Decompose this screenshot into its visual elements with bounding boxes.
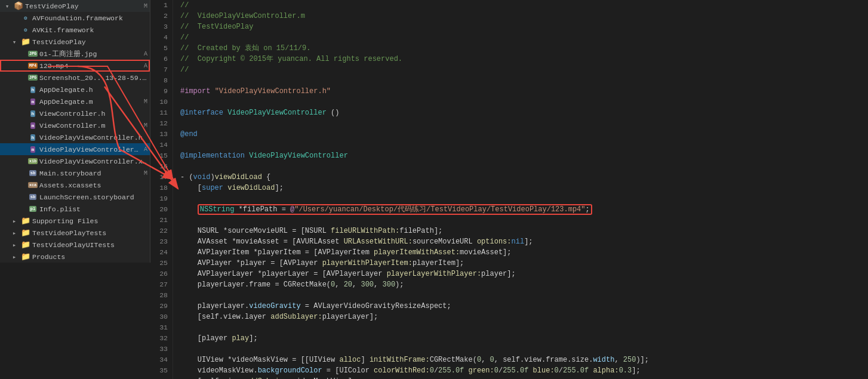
file-icon-h: h xyxy=(28,109,38,118)
tree-item-label: TestVideoPlayUITests xyxy=(32,241,147,249)
tree-item-label: Products xyxy=(32,253,147,261)
code-line-15: @implementation VideoPlayViewController xyxy=(180,150,868,161)
sidebar-item-avkit[interactable]: ⚙AVKit.framework xyxy=(0,24,150,36)
code-line-1: // xyxy=(180,0,868,11)
sidebar-item-file-screenshot[interactable]: JPG Screenshot_20...13-28-59.jpeg xyxy=(0,72,150,84)
sidebar-item-products-group[interactable]: 📁Products xyxy=(0,251,150,263)
code-line-24: AVPlayerItem *playerItem = [AVPlayerItem… xyxy=(180,247,868,258)
tree-item-label: 01-工商注册.jpg xyxy=(39,50,141,58)
folder-icon: 📁 xyxy=(21,37,30,47)
code-line-19 xyxy=(180,193,868,204)
code-line-20: NSString *filePath = @"/Users/yuancan/De… xyxy=(180,204,868,215)
tree-item-label: LaunchScreen.storyboard xyxy=(39,193,147,201)
tree-item-label: Assets.xcassets xyxy=(39,181,147,189)
code-line-28 xyxy=(180,290,868,301)
sidebar-item-tests-group[interactable]: 📁TestVideoPlayTests xyxy=(0,227,150,239)
line-number-9: 9 xyxy=(155,86,168,97)
line-number-15: 15 xyxy=(155,150,168,161)
sidebar-item-file-assets[interactable]: xca Assets.xcassets xyxy=(0,179,150,191)
line-number-29: 29 xyxy=(155,301,168,312)
file-icon-m: m xyxy=(28,97,38,106)
tree-item-badge: A xyxy=(144,51,147,57)
code-line-35: videoMaskView.backgroundColor = [UIColor… xyxy=(180,365,868,376)
code-line-23: AVAsset *movieAsset = [AVURLAsset URLAss… xyxy=(180,236,868,247)
tree-item-label: AppDelegate.h xyxy=(39,86,147,94)
file-icon-h: h xyxy=(28,85,38,94)
folder-icon: 📁 xyxy=(21,240,30,249)
code-line-22: NSURL *sourceMovieURL = [NSURL fileURLWi… xyxy=(180,226,868,236)
file-icon-m: m xyxy=(28,144,38,154)
code-line-13: @end xyxy=(180,129,868,140)
line-number-17: 17 xyxy=(155,172,168,183)
tree-item-label: Info.plist xyxy=(39,205,147,213)
sidebar-item-file-launch[interactable]: sb LaunchScreen.storyboard xyxy=(0,191,150,203)
tree-item-label: AVKit.framework xyxy=(32,26,147,34)
chevron-icon xyxy=(10,240,19,249)
code-lines[interactable]: //// VideoPlayViewController.m// TestVid… xyxy=(173,0,868,379)
file-icon-h: h xyxy=(28,133,38,142)
code-line-16 xyxy=(180,161,868,172)
chevron-icon xyxy=(10,37,19,47)
sidebar-item-uitests-group[interactable]: 📁TestVideoPlayUITests xyxy=(0,239,150,251)
code-line-29: playerLayer.videoGravity = AVLayerVideoG… xyxy=(180,301,868,312)
code-line-21 xyxy=(180,215,868,226)
highlighted-code-span: NSString *filePath = @"/Users/yuancan/De… xyxy=(198,204,592,215)
line-number-1: 1 xyxy=(155,0,168,11)
line-number-32: 32 xyxy=(155,333,168,344)
line-number-16: 16 xyxy=(155,161,168,172)
tree-item-label: Screenshot_20...13-28-59.jpeg xyxy=(39,74,147,82)
line-number-27: 27 xyxy=(155,279,168,290)
code-line-27: playerLayer.frame = CGRectMake(0, 20, 30… xyxy=(180,279,868,290)
line-number-21: 21 xyxy=(155,215,168,226)
sidebar-item-file-viewcontroller-m[interactable]: m ViewController.mM xyxy=(0,119,150,131)
code-line-33 xyxy=(180,344,868,355)
sidebar-item-file-mp4[interactable]: MP4 123.mp4A xyxy=(0,60,150,72)
sidebar-item-file-viewcontroller-h[interactable]: h ViewController.h xyxy=(0,107,150,119)
sidebar-item-file-videoplay-h[interactable]: h VideoPlayViewController.h xyxy=(0,131,150,143)
tree-item-label: AVFoundation.framework xyxy=(32,14,147,22)
sidebar-item-supporting-files[interactable]: 📁Supporting Files xyxy=(0,215,150,227)
line-number-2: 2 xyxy=(155,11,168,21)
sidebar-item-avfoundation[interactable]: ⚙AVFoundation.framework xyxy=(0,12,150,24)
sidebar-item-file-videoplay-m[interactable]: m VideoPlayViewController.mA xyxy=(0,143,150,155)
tree-item-badge: M xyxy=(144,98,147,105)
file-icon-storyboard: sb xyxy=(28,168,38,178)
file-icon-mp4: MP4 xyxy=(28,61,38,70)
code-line-36: [self.view addSubview:videoMaskView]; xyxy=(180,376,868,379)
line-numbers: 1234567891011121314151617181920212223242… xyxy=(150,0,173,379)
line-number-26: 26 xyxy=(155,269,168,279)
sidebar-item-file-appdelegate-m[interactable]: m AppDelegate.mM xyxy=(0,95,150,107)
chevron-icon xyxy=(10,252,19,261)
line-number-19: 19 xyxy=(155,193,168,204)
tree-item-label: ViewController.h xyxy=(39,110,147,118)
sidebar-item-file-jpg[interactable]: JPG 01-工商注册.jpgA xyxy=(0,48,150,60)
sidebar-item-file-main-storyboard[interactable]: sb Main.storyboardM xyxy=(0,167,150,179)
file-icon-xib: xib xyxy=(28,156,38,166)
line-number-36: 36 xyxy=(155,376,168,379)
sidebar-item-root-project[interactable]: 📦TestVideoPlayM xyxy=(0,0,150,12)
line-number-31: 31 xyxy=(155,322,168,333)
code-editor: 1234567891011121314151617181920212223242… xyxy=(150,0,868,379)
tree-item-label: VideoPlayViewController.xib xyxy=(39,158,147,165)
sidebar-item-file-info[interactable]: pl Info.plist xyxy=(0,203,150,215)
code-line-5: // Created by 袁灿 on 15/11/9. xyxy=(180,43,868,54)
code-line-10 xyxy=(180,97,868,107)
line-number-30: 30 xyxy=(155,312,168,322)
line-number-18: 18 xyxy=(155,183,168,193)
line-number-3: 3 xyxy=(155,21,168,32)
tree-item-label: Main.storyboard xyxy=(39,170,141,177)
line-number-24: 24 xyxy=(155,247,168,258)
sidebar-item-file-appdelegate-h[interactable]: h AppDelegate.h xyxy=(0,84,150,95)
project-icon: 📦 xyxy=(14,1,23,11)
tree-item-label: TestVideoPlay xyxy=(32,38,147,46)
code-line-34: UIView *videoMaskView = [[UIView alloc] … xyxy=(180,355,868,365)
code-line-32: [player play]; xyxy=(180,333,868,344)
code-line-8 xyxy=(180,75,868,86)
code-line-6: // Copyright © 2015年 yuancan. All rights… xyxy=(180,54,868,64)
sidebar-item-file-videoplay-xib[interactable]: xib VideoPlayViewController.xib xyxy=(0,155,150,167)
sidebar-item-testvideoplay-group[interactable]: 📁TestVideoPlay xyxy=(0,36,150,48)
file-icon-xcassets: xca xyxy=(28,180,38,190)
line-number-22: 22 xyxy=(155,226,168,236)
file-icon-plist: pl xyxy=(28,204,38,214)
line-number-7: 7 xyxy=(155,64,168,75)
